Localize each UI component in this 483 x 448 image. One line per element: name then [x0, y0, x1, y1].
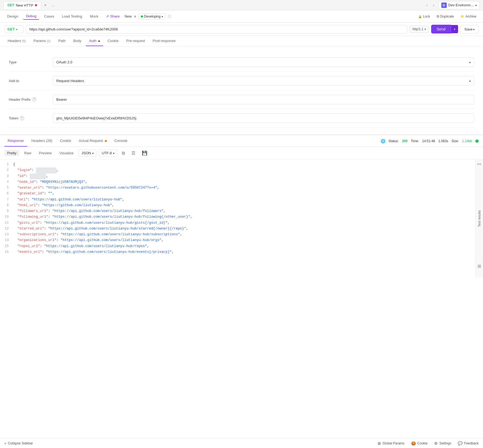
format-visualize[interactable]: Visualize	[57, 150, 76, 156]
tab-debug[interactable]: Debug	[23, 13, 39, 20]
line-content: "url": "https://api.github.com/users/liu…	[13, 197, 483, 203]
line-content: {	[13, 162, 483, 167]
tab-mock[interactable]: Mock	[87, 13, 101, 19]
format-pretty[interactable]: Pretty	[4, 150, 19, 156]
tab-load-testing[interactable]: Load Testing	[59, 13, 85, 19]
line-number: 14	[0, 237, 13, 243]
send-button[interactable]: Send	[431, 25, 451, 33]
resp-tab-headers[interactable]: Headers (28)	[28, 135, 56, 147]
auth-addto-select[interactable]: Request Headers	[53, 76, 474, 86]
unsaved-dot	[35, 4, 37, 6]
developing-badge[interactable]: Developing	[138, 13, 165, 19]
tab-auth[interactable]: Auth	[86, 36, 103, 46]
json-line: 10 "following_url": "https://api.github.…	[0, 214, 483, 220]
auth-dot	[98, 40, 100, 42]
global-params-button[interactable]: ⊞ Global Params	[378, 441, 404, 446]
tab-path[interactable]: Path	[55, 36, 69, 46]
url-input[interactable]	[26, 25, 407, 33]
active-tab[interactable]: GET New HTTP	[3, 1, 41, 9]
env-icon: D	[441, 2, 447, 8]
more-tabs-button[interactable]: ...	[49, 2, 57, 8]
save-response-button[interactable]: 💾	[140, 149, 150, 157]
nav-back-button[interactable]: ‹	[425, 2, 429, 9]
json-line: 9 "followers_url": "https://api.github.c…	[0, 208, 483, 214]
tab-share[interactable]: ↗ Share	[103, 13, 122, 19]
auth-type-select[interactable]: OAuth 2.0	[53, 57, 474, 67]
archive-button[interactable]: Archive	[458, 13, 479, 19]
tab-body[interactable]: Body	[70, 36, 85, 46]
send-chevron-icon	[454, 27, 455, 31]
protocol-select[interactable]: http/1.1	[409, 25, 429, 33]
header-prefix-help-icon[interactable]: ?	[32, 97, 36, 102]
format-select[interactable]: JSON	[78, 149, 97, 157]
auth-type-field: OAuth 2.0	[53, 57, 474, 67]
auth-token-row: Token ?	[9, 109, 474, 128]
line-content: "organizations_url": "https://api.github…	[13, 237, 483, 243]
tab-headers[interactable]: Headers (5)	[4, 36, 29, 46]
token-help-icon[interactable]: ?	[20, 116, 24, 120]
tab-cookie[interactable]: Cookie	[104, 36, 122, 46]
lock-button[interactable]: Lock	[416, 13, 432, 19]
env-chevron-icon	[475, 3, 477, 7]
add-tab-button[interactable]: +	[42, 2, 49, 9]
developing-chevron-icon	[162, 15, 163, 18]
environment-selector[interactable]: D Dev Environm...	[438, 1, 480, 9]
wrap-button[interactable]: ☰	[129, 149, 137, 157]
duration-value: 1.063s	[438, 139, 448, 143]
token-input[interactable]	[53, 113, 474, 123]
save-button[interactable]: Save	[460, 25, 479, 33]
share-icon: ↗	[106, 14, 109, 18]
header-prefix-input[interactable]	[53, 95, 474, 104]
line-number: 9	[0, 208, 13, 214]
encoding-select[interactable]: UTF-8	[99, 149, 117, 157]
json-line: 16 "events_url": "https://api.github.com…	[0, 249, 483, 255]
tab-cases[interactable]: Cases	[41, 13, 57, 19]
cookie-button[interactable]: 🍪 Cookie	[411, 441, 428, 446]
line-number: 16	[0, 249, 13, 255]
size-value: 1.24kb	[462, 139, 472, 143]
auth-type-label: Type	[9, 60, 53, 64]
send-dropdown-button[interactable]	[451, 25, 458, 33]
json-line: 14 "organizations_url": "https://api.git…	[0, 237, 483, 243]
duplicate-button[interactable]: Duplicate	[434, 13, 456, 19]
collapse-sidebar-button[interactable]: « Collapse Sidebar	[4, 441, 33, 445]
method-value: GET	[7, 27, 15, 31]
tab-design[interactable]: Design	[4, 13, 21, 19]
tab-pre-request[interactable]: Pre-request	[123, 36, 148, 46]
response-section: Response Headers (28) Cookie Actual Requ…	[0, 134, 483, 278]
resp-tab-actual-request[interactable]: Actual Request	[75, 135, 110, 147]
line-content: "node_id": "MDQ6VXNlcjU5NTA3MjQ3",	[13, 179, 483, 185]
json-line: 1 {	[0, 162, 483, 167]
line-content: "repos_url": "https://api.github.com/use…	[13, 243, 483, 249]
resp-tab-console[interactable]: Console	[111, 135, 131, 147]
nav-forward-button[interactable]: ›	[431, 2, 436, 9]
method-select[interactable]: GET	[4, 25, 24, 33]
resp-tab-cookie[interactable]: Cookie	[57, 135, 74, 147]
line-number: 7	[0, 197, 13, 203]
json-line: 7 "url": "https://api.github.com/users/l…	[0, 197, 483, 203]
json-line: 4 "node_id": "MDQ6VXNlcjU5NTA3MjQ3",	[0, 179, 483, 185]
line-number: 5	[0, 185, 13, 191]
env-name: Dev Environm...	[448, 3, 474, 7]
settings-button[interactable]: ⚙ Settings	[434, 441, 451, 446]
feedback-button[interactable]: 💬 Feedback	[458, 441, 479, 446]
json-output[interactable]: 1 { 2 "login": , 3 "id": , 4 "	[0, 159, 483, 278]
copy-button[interactable]: ⧉	[120, 149, 127, 157]
resp-tab-response[interactable]: Response	[4, 135, 27, 147]
line-number: 10	[0, 214, 13, 220]
status-label: Status:	[389, 139, 399, 143]
line-content: "login": ,	[13, 167, 483, 173]
format-raw[interactable]: Raw	[21, 150, 34, 156]
auth-token-label: Token ?	[9, 116, 53, 120]
branch-icon: ≡	[134, 14, 136, 19]
method-badge: GET	[7, 3, 14, 7]
auth-type-chevron-icon	[469, 60, 471, 64]
tab-post-response[interactable]: Post-response	[149, 36, 179, 46]
tab-params[interactable]: Params (1)	[30, 36, 54, 46]
test-results-sidebar[interactable]: « Test results ⊞	[475, 159, 483, 278]
auth-addto-row: Add to Request Headers	[9, 72, 474, 90]
auth-panel: Type OAuth 2.0 Add to Request Headers He…	[0, 46, 483, 134]
layout-icon: ⊞	[478, 264, 481, 269]
format-preview[interactable]: Preview	[36, 150, 54, 156]
lock-icon	[418, 15, 422, 18]
